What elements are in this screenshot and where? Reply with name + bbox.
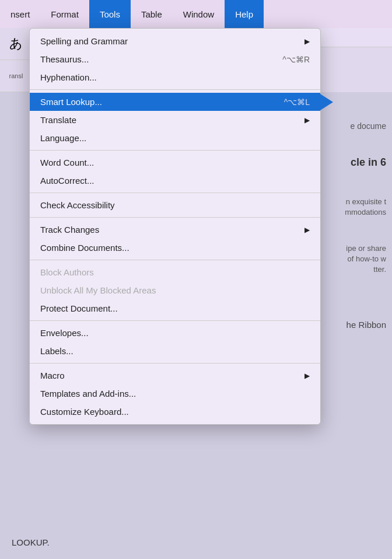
menu-divider-1	[30, 89, 320, 90]
menu-divider-2	[30, 150, 320, 151]
macro-arrow: ▶	[304, 372, 310, 380]
menu-item-spelling[interactable]: Spelling and Grammar ▶	[30, 32, 320, 50]
smart-lookup-pointer	[320, 94, 333, 110]
menu-item-track-changes[interactable]: Track Changes ▶	[30, 221, 320, 239]
menu-divider-7	[30, 363, 320, 364]
menu-divider-4	[30, 217, 320, 218]
menu-item-customize-keyboard[interactable]: Customize Keyboard...	[30, 403, 320, 421]
menu-item-envelopes[interactable]: Envelopes...	[30, 324, 320, 342]
help-label: Help	[235, 9, 253, 19]
left-toolbar: あ ransl	[0, 28, 32, 92]
menu-item-macro[interactable]: Macro ▶	[30, 366, 320, 385]
menubar: nsert Format Tools Table Window Help	[0, 0, 392, 28]
track-changes-arrow: ▶	[304, 226, 310, 234]
protect-doc-label: Protect Document...	[40, 303, 118, 313]
menu-item-language[interactable]: Language...	[30, 129, 320, 147]
check-accessibility-label: Check Accessibility	[40, 200, 115, 210]
menu-item-thesaurus[interactable]: Thesaurus... ^⌥⌘R	[30, 50, 320, 68]
window-label: Window	[183, 9, 214, 19]
menu-item-combine-docs[interactable]: Combine Documents...	[30, 239, 320, 257]
doc-snippet-4: mmodations	[345, 208, 386, 216]
word-count-label: Word Count...	[40, 158, 94, 167]
spelling-label: Spelling and Grammar	[40, 36, 128, 46]
doc-snippet-5: ipe or share	[346, 244, 386, 253]
left-toolbar-item-1[interactable]: あ	[0, 28, 32, 60]
left-toolbar-item-2[interactable]: ransl	[0, 60, 32, 92]
bottom-text: LOOKUP.	[12, 537, 50, 547]
thesaurus-label: Thesaurus...	[40, 54, 89, 64]
menu-item-templates[interactable]: Templates and Add-ins...	[30, 385, 320, 403]
menubar-item-help[interactable]: Help	[225, 0, 264, 28]
menu-item-labels[interactable]: Labels...	[30, 342, 320, 360]
translate-icon: あ	[9, 35, 23, 53]
translate-arrow: ▶	[304, 116, 310, 124]
menu-divider-6	[30, 320, 320, 321]
customize-keyboard-label: Customize Keyboard...	[40, 407, 129, 417]
menu-divider-3	[30, 193, 320, 193]
menu-item-unblock-authors: Unblock All My Blocked Areas	[30, 281, 320, 299]
combine-docs-label: Combine Documents...	[40, 243, 130, 253]
menu-item-word-count[interactable]: Word Count...	[30, 153, 320, 172]
tools-dropdown: Spelling and Grammar ▶ Thesaurus... ^⌥⌘R…	[29, 28, 321, 425]
table-label: Table	[141, 9, 162, 19]
menu-divider-5	[30, 260, 320, 260]
envelopes-label: Envelopes...	[40, 328, 89, 338]
menu-item-smart-lookup[interactable]: Smart Lookup... ^⌥⌘L	[30, 93, 320, 111]
tools-label: Tools	[100, 9, 120, 19]
translate-label: Translate	[40, 115, 76, 125]
hyphenation-label: Hyphenation...	[40, 72, 97, 82]
menu-item-check-accessibility[interactable]: Check Accessibility	[30, 196, 320, 214]
menu-item-translate[interactable]: Translate ▶	[30, 111, 320, 129]
menubar-item-format[interactable]: Format	[40, 0, 89, 28]
unblock-authors-label: Unblock All My Blocked Areas	[40, 285, 156, 295]
macro-label: Macro	[40, 371, 65, 380]
menu-item-block-authors: Block Authors	[30, 263, 320, 281]
menubar-item-window[interactable]: Window	[173, 0, 225, 28]
ransl-icon: ransl	[9, 72, 23, 79]
doc-snippet-1: e docume	[351, 121, 386, 131]
doc-snippet-6: of how-to w	[348, 254, 386, 263]
menubar-item-table[interactable]: Table	[131, 0, 173, 28]
smart-lookup-shortcut: ^⌥⌘L	[284, 97, 310, 107]
spelling-arrow: ▶	[304, 37, 310, 46]
menubar-item-tools[interactable]: Tools	[89, 0, 131, 28]
menu-item-autocorrect[interactable]: AutoCorrect...	[30, 172, 320, 190]
format-label: Format	[51, 9, 79, 19]
block-authors-label: Block Authors	[40, 267, 94, 277]
thesaurus-shortcut: ^⌥⌘R	[282, 55, 310, 64]
doc-snippet-3: n exquisite t	[346, 197, 386, 206]
doc-snippet-7: tter.	[373, 265, 386, 274]
insert-label: nsert	[10, 9, 30, 19]
smart-lookup-label: Smart Lookup...	[40, 97, 102, 107]
track-changes-label: Track Changes	[40, 225, 99, 235]
menu-item-protect-doc[interactable]: Protect Document...	[30, 299, 320, 317]
autocorrect-label: AutoCorrect...	[40, 176, 94, 186]
doc-snippet-8: he Ribbon	[346, 320, 386, 330]
doc-snippet-2: cle in 6	[351, 156, 386, 169]
labels-label: Labels...	[40, 346, 74, 356]
menubar-item-insert[interactable]: nsert	[0, 0, 40, 28]
templates-label: Templates and Add-ins...	[40, 389, 136, 399]
language-label: Language...	[40, 133, 86, 143]
menu-item-hyphenation[interactable]: Hyphenation...	[30, 68, 320, 86]
